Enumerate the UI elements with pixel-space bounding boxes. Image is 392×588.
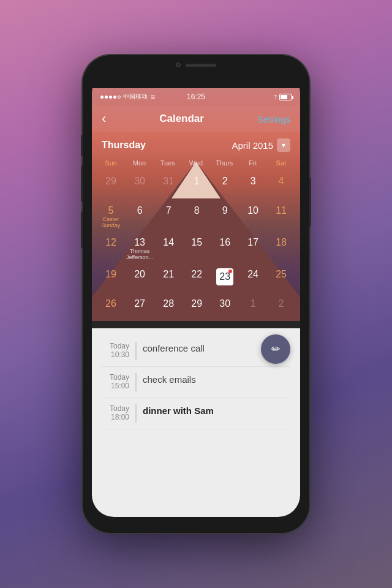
speaker (186, 64, 216, 67)
day-name-fri: Fri (238, 158, 266, 168)
signal-dot (109, 96, 112, 99)
cal-day-17[interactable]: 17 (239, 233, 267, 265)
cal-day-1[interactable]: 1 (183, 172, 211, 201)
edit-icon: ✏ (271, 342, 281, 356)
day-name-thu: Thurs (210, 158, 238, 168)
cal-day-5[interactable]: 5 EasterSunday (97, 201, 125, 233)
month-year-label: April 2015 (232, 140, 273, 151)
cal-day-21[interactable]: 21 (154, 265, 183, 294)
cal-day-31-prev[interactable]: 31 (154, 172, 183, 201)
signal-dot (113, 96, 116, 99)
cal-day-25[interactable]: 25 (267, 265, 295, 294)
battery-indicator (279, 94, 292, 100)
add-event-fab[interactable]: ✏ (261, 334, 290, 364)
cal-day-1-next[interactable]: 1 (239, 294, 267, 323)
cal-day-23-today[interactable]: 23 (211, 265, 239, 294)
cal-day-11[interactable]: 11 (267, 201, 295, 233)
day-name-mon: Mon (125, 158, 153, 168)
cal-day-8[interactable]: 8 (183, 201, 211, 233)
cal-day-15[interactable]: 15 (183, 233, 211, 265)
cal-day-19[interactable]: 19 (97, 265, 125, 294)
signal-dot-empty (118, 96, 121, 99)
calendar-header: Thursday April 2015 ▾ (92, 132, 300, 156)
easter-sunday-label: EasterSunday (102, 217, 121, 229)
day-name-sun: Sun (97, 158, 125, 168)
cal-day-2-next[interactable]: 2 (267, 294, 295, 323)
event-hour-2: 15:00 (102, 382, 129, 390)
event-divider-2 (135, 373, 137, 391)
status-bar: 中国移动 ≋ 16:25 ? (92, 88, 300, 105)
cal-day-7[interactable]: 7 (154, 201, 183, 233)
battery-fill (281, 95, 287, 99)
calendar-day-names: Sun Mon Tues Wed Thurs Fri Sat (92, 156, 300, 169)
signal-dot (105, 96, 108, 99)
event-day-1: Today (102, 342, 129, 350)
event-hour-1: 10:30 (102, 350, 129, 359)
cal-day-20[interactable]: 20 (125, 265, 154, 294)
battery-icon: ? (274, 94, 277, 100)
event-day-3: Today (102, 404, 129, 413)
cal-day-30-prev[interactable]: 30 (125, 172, 154, 201)
cal-day-22[interactable]: 22 (183, 265, 211, 294)
front-camera (176, 62, 181, 67)
cal-day-26[interactable]: 26 (97, 294, 125, 323)
cal-day-13[interactable]: 13 ThomasJefferson... (125, 233, 154, 265)
cal-day-10[interactable]: 10 (239, 201, 267, 233)
event-time-2: Today 15:00 (102, 373, 135, 390)
carrier-label: 中国移动 (123, 92, 148, 101)
event-row-emails[interactable]: Today 15:00 check emails (102, 367, 290, 398)
calendar-grid: 29 30 31 1 2 3 4 5 EasterSunday 6 7 8 9 … (92, 169, 300, 328)
event-divider-3 (135, 404, 137, 423)
today-dot (228, 270, 232, 273)
cal-day-28[interactable]: 28 (154, 294, 183, 323)
status-time: 16:25 (187, 92, 205, 101)
event-time-1: Today 10:30 (102, 342, 135, 359)
month-selector[interactable]: April 2015 ▾ (232, 138, 290, 152)
signal-indicator (100, 96, 121, 99)
cal-day-12[interactable]: 12 (97, 233, 125, 265)
cal-day-30[interactable]: 30 (211, 294, 239, 323)
cal-day-18[interactable]: 18 (267, 233, 295, 265)
cal-day-2[interactable]: 2 (211, 172, 239, 201)
day-name-tue: Tues (154, 158, 182, 168)
cal-day-29-prev[interactable]: 29 (97, 172, 125, 201)
events-section: Today 10:30 conference call Today 15:00 … (92, 328, 300, 517)
cal-day-4[interactable]: 4 (267, 172, 295, 201)
event-title-2: check emails (143, 373, 290, 385)
event-row-dinner[interactable]: Today 18:00 dinner with Sam (102, 398, 290, 429)
cal-day-3[interactable]: 3 (239, 172, 267, 201)
current-day-label: Thursday (102, 140, 146, 151)
event-day-2: Today (102, 373, 129, 382)
jefferson-label: ThomasJefferson... (126, 249, 153, 261)
event-time-3: Today 18:00 (102, 404, 135, 421)
today-number: 23 (216, 268, 233, 285)
cal-day-14[interactable]: 14 (154, 233, 183, 265)
cal-day-9[interactable]: 9 (211, 201, 239, 233)
day-name-sat: Sat (267, 158, 295, 168)
event-divider-1 (135, 342, 137, 360)
back-button[interactable]: ‹ (102, 112, 106, 126)
event-title-3: dinner with Sam (143, 404, 290, 416)
nav-title: Calendar (159, 113, 204, 125)
cal-day-24[interactable]: 24 (239, 265, 267, 294)
signal-dot (100, 96, 104, 99)
cal-day-6[interactable]: 6 (125, 201, 154, 233)
cal-day-27[interactable]: 27 (125, 294, 154, 323)
status-left: 中国移动 ≋ (100, 92, 156, 101)
cal-day-16[interactable]: 16 (211, 233, 239, 265)
status-right: ? (274, 94, 292, 100)
navigation-bar: ‹ Calendar Settings (92, 105, 300, 132)
wifi-icon: ≋ (150, 93, 156, 101)
day-name-wed: Wed (182, 158, 210, 168)
cal-day-29[interactable]: 29 (183, 294, 211, 323)
chevron-down-icon[interactable]: ▾ (277, 138, 290, 152)
settings-button[interactable]: Settings (257, 114, 290, 124)
event-hour-3: 18:00 (102, 413, 129, 421)
